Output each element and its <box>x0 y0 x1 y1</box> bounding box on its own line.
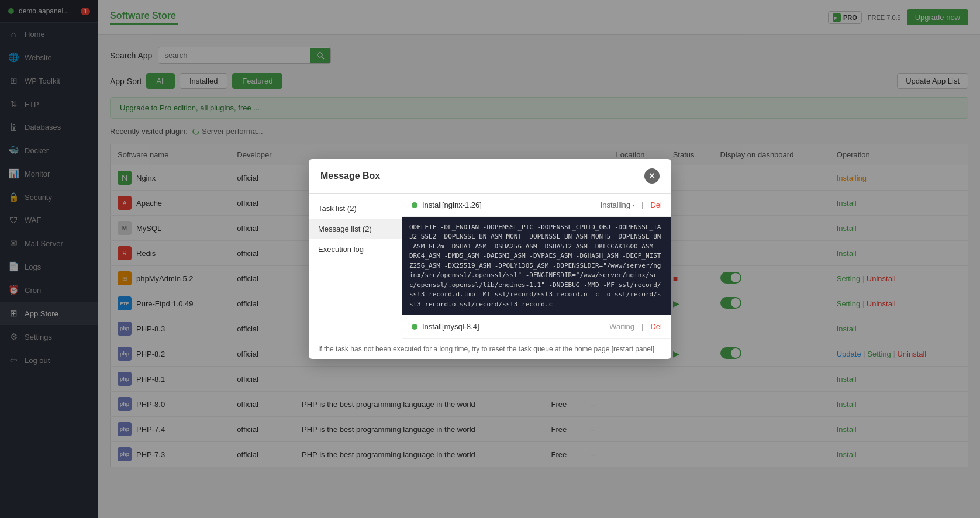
footer-text: If the task has not been executed for a … <box>318 345 654 353</box>
task-bullet-1 <box>412 202 417 208</box>
modal-nav-message-list[interactable]: Message list (2) <box>309 219 402 239</box>
task-item-1: Install[nginx-1.26] Installing · | Del <box>402 194 671 217</box>
modal-nav-execution-log[interactable]: Execution log <box>309 239 402 260</box>
modal-title: Message Box <box>320 171 380 181</box>
modal-nav: Task list (2) Message list (2) Execution… <box>309 194 402 339</box>
task-separator-2: | <box>641 322 643 331</box>
modal-close-button[interactable]: × <box>644 168 660 184</box>
modal-footer: If the task has not been executed for a … <box>309 339 671 359</box>
modal-nav-task-list[interactable]: Task list (2) <box>309 198 402 219</box>
task-separator-1: | <box>641 201 643 209</box>
modal-main-content: Install[nginx-1.26] Installing · | Del O… <box>402 194 671 339</box>
task-name-1: Install[nginx-1.26] <box>422 201 596 209</box>
task-item-2: Install[mysql-8.4] Waiting | Del <box>402 315 671 339</box>
task-del-2[interactable]: Del <box>650 322 662 331</box>
task-status-1: Installing · <box>601 201 635 209</box>
task-bullet-2 <box>412 324 417 330</box>
task-status-2: Waiting <box>609 322 634 331</box>
message-box-modal: Message Box × Task list (2) Message list… <box>309 159 671 360</box>
log-content: ODELETE -DL_ENDIAN -DOPENSSL_PIC -DOPENS… <box>409 223 661 308</box>
execution-log-area: ODELETE -DL_ENDIAN -DOPENSSL_PIC -DOPENS… <box>402 217 671 316</box>
modal-overlay[interactable]: Message Box × Task list (2) Message list… <box>0 0 980 518</box>
task-del-1[interactable]: Del <box>650 201 662 209</box>
modal-header: Message Box × <box>309 159 671 194</box>
modal-body: Task list (2) Message list (2) Execution… <box>309 194 671 339</box>
task-name-2: Install[mysql-8.4] <box>422 322 605 331</box>
